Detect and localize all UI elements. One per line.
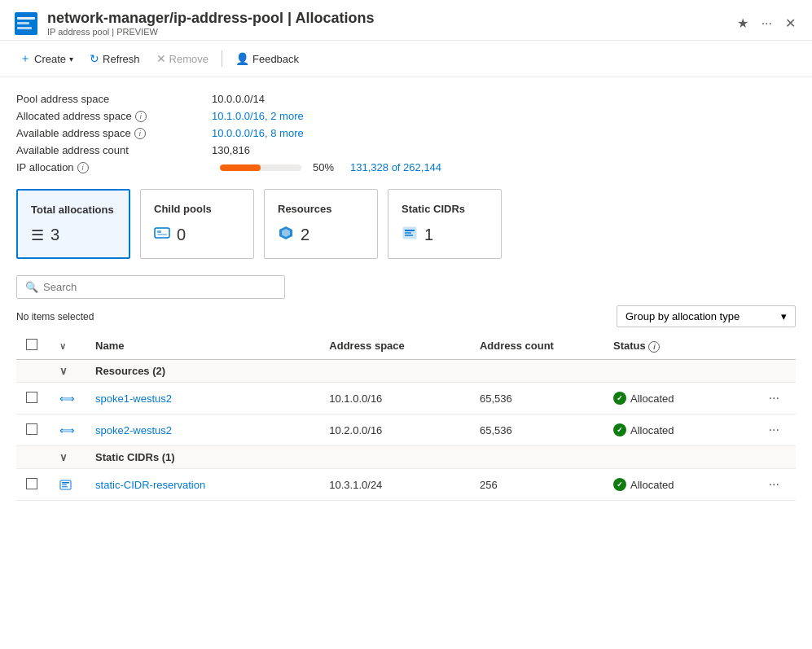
card-title-resources: Resources xyxy=(278,203,364,215)
svg-rect-1 xyxy=(17,17,35,20)
progress-bar-fill xyxy=(220,164,261,171)
resource-type-icon-spoke2: ⟺ xyxy=(59,424,75,436)
toolbar-separator xyxy=(222,50,222,67)
info-row-available-address-space: Available address space i 10.0.0.0/16, 8… xyxy=(16,125,796,142)
group-expand-static[interactable]: ∨ xyxy=(50,446,86,469)
info-row-pool-address-space: Pool address space 10.0.0.0/14 xyxy=(16,90,796,107)
more-btn-spoke1[interactable]: ··· xyxy=(764,389,784,407)
row-name-spoke2: spoke2-westus2 xyxy=(86,414,319,446)
card-value-total: ☰ 3 xyxy=(31,226,116,244)
no-items-label: No items selected xyxy=(16,311,94,322)
row-checkbox-spoke2[interactable] xyxy=(26,423,37,435)
svg-rect-11 xyxy=(405,232,411,234)
status-dot-spoke1 xyxy=(613,392,626,405)
title-bar: network-manager/ip-address-pool | Alloca… xyxy=(0,0,812,41)
card-value-resources: 2 xyxy=(278,225,364,245)
card-resources[interactable]: Resources 2 xyxy=(264,189,378,259)
group-by-button[interactable]: Group by allocation type ▾ xyxy=(617,305,796,327)
main-content: Pool address space 10.0.0.0/14 Allocated… xyxy=(0,77,812,637)
card-value-static-cidrs: 1 xyxy=(402,225,488,245)
expand-all-icon[interactable]: ∨ xyxy=(59,341,66,351)
row-actions-spoke1[interactable]: ··· xyxy=(754,383,796,414)
th-address-count[interactable]: Address count xyxy=(470,332,604,360)
card-total-allocations[interactable]: Total allocations ☰ 3 xyxy=(16,189,130,259)
value-available-address-space[interactable]: 10.0.0.0/16, 8 more xyxy=(212,127,304,139)
more-btn-spoke2[interactable]: ··· xyxy=(764,421,784,439)
svg-rect-10 xyxy=(405,230,415,231)
row-checkbox-cidr[interactable] xyxy=(26,478,37,489)
row-actions-cidr[interactable]: ··· xyxy=(754,469,796,501)
group-by-chevron-icon: ▾ xyxy=(781,310,787,322)
card-title-total: Total allocations xyxy=(31,204,116,216)
close-button[interactable]: ✕ xyxy=(782,12,799,34)
info-icon-available-space[interactable]: i xyxy=(134,128,146,139)
title-text: network-manager/ip-address-pool | Alloca… xyxy=(47,10,374,37)
page-subtitle: IP address pool | PREVIEW xyxy=(47,27,374,37)
feedback-button[interactable]: 👤 Feedback xyxy=(229,48,305,69)
create-icon: ＋ xyxy=(20,51,31,66)
group-expand-resources[interactable]: ∨ xyxy=(50,360,86,383)
card-static-cidrs[interactable]: Static CIDRs 1 xyxy=(388,189,502,259)
row-check-spoke1[interactable] xyxy=(16,383,50,414)
resource-type-icon-spoke1: ⟺ xyxy=(59,392,75,405)
group-name-resources[interactable]: Resources (2) xyxy=(86,360,796,383)
more-options-button[interactable]: ··· xyxy=(758,12,775,34)
more-btn-cidr[interactable]: ··· xyxy=(764,476,784,493)
status-label-spoke1: Allocated xyxy=(630,392,674,405)
create-button[interactable]: ＋ Create ▾ xyxy=(13,47,80,70)
th-address-space[interactable]: Address space xyxy=(319,332,470,360)
link-cidr[interactable]: static-CIDR-reservation xyxy=(95,479,205,491)
row-address-spoke2: 10.2.0.0/16 xyxy=(319,414,470,446)
row-indent-spoke2: ⟺ xyxy=(50,414,86,446)
star-button[interactable]: ★ xyxy=(734,12,752,34)
status-dot-cidr xyxy=(613,478,626,491)
table-row: ⟺ spoke2-westus2 10.2.0.0/16 65,536 Allo… xyxy=(16,414,796,446)
row-actions-spoke2[interactable]: ··· xyxy=(754,414,796,446)
label-available-address-space: Available address space i xyxy=(16,127,212,139)
link-spoke2[interactable]: spoke2-westus2 xyxy=(95,424,172,436)
info-icon-ip-allocation[interactable]: i xyxy=(77,162,89,173)
resources-count: 2 xyxy=(301,226,309,244)
allocations-table: ∨ Name Address space Address count Statu… xyxy=(16,332,796,501)
static-cidrs-icon xyxy=(402,225,418,245)
info-grid: Pool address space 10.0.0.0/14 Allocated… xyxy=(16,90,796,176)
th-expand: ∨ xyxy=(50,332,86,360)
group-check-resources xyxy=(16,360,50,383)
row-count-spoke2: 65,536 xyxy=(470,414,604,446)
label-pool-address-space: Pool address space xyxy=(16,93,212,105)
static-cidrs-expand-icon[interactable]: ∨ xyxy=(59,451,68,463)
select-all-checkbox[interactable] xyxy=(26,339,37,350)
row-check-cidr[interactable] xyxy=(16,469,50,501)
link-spoke1[interactable]: spoke1-westus2 xyxy=(95,392,172,405)
total-allocations-icon: ☰ xyxy=(31,226,44,244)
row-name-spoke1: spoke1-westus2 xyxy=(86,383,319,414)
create-chevron-icon: ▾ xyxy=(69,55,73,64)
progress-bar-container xyxy=(220,164,301,171)
page-title: network-manager/ip-address-pool | Alloca… xyxy=(47,10,374,27)
th-status[interactable]: Status i xyxy=(604,332,754,360)
th-name[interactable]: Name xyxy=(86,332,319,360)
row-checkbox-spoke1[interactable] xyxy=(26,392,37,403)
info-icon-allocated[interactable]: i xyxy=(135,111,147,122)
feedback-icon: 👤 xyxy=(235,52,249,65)
group-name-static-cidrs[interactable]: Static CIDRs (1) xyxy=(86,446,796,469)
value-allocated-address-space[interactable]: 10.1.0.0/16, 2 more xyxy=(212,110,304,122)
remove-button[interactable]: ✕ Remove xyxy=(150,48,215,69)
card-child-pools[interactable]: Child pools 0 xyxy=(140,189,254,259)
ip-allocation-row: IP allocation i 50% 131,328 of 262,144 xyxy=(16,159,796,176)
row-address-spoke1: 10.1.0.0/16 xyxy=(319,383,470,414)
status-info-icon[interactable]: i xyxy=(648,341,660,353)
row-indent-cidr xyxy=(50,469,86,501)
static-cidrs-count: 1 xyxy=(424,226,433,244)
search-box[interactable]: 🔍 xyxy=(16,275,285,299)
search-input[interactable] xyxy=(43,281,276,293)
svg-rect-3 xyxy=(17,27,32,29)
row-count-spoke1: 65,536 xyxy=(470,383,604,414)
label-ip-allocation: IP allocation i xyxy=(16,161,212,173)
resource-type-icon-cidr xyxy=(59,478,72,490)
card-value-child-pools: 0 xyxy=(154,225,240,245)
table-row: static-CIDR-reservation 10.3.1.0/24 256 … xyxy=(16,469,796,501)
resources-expand-icon[interactable]: ∨ xyxy=(59,365,68,377)
refresh-button[interactable]: ↻ Refresh xyxy=(83,48,147,69)
row-check-spoke2[interactable] xyxy=(16,414,50,446)
